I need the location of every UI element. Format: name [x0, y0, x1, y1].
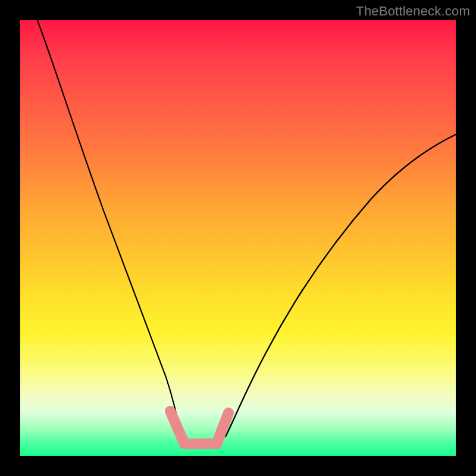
watermark-label: TheBottleneck.com	[356, 4, 470, 19]
right-curve	[226, 134, 456, 437]
plot-area	[20, 20, 456, 456]
left-curve	[37, 20, 181, 437]
curve-layer	[20, 20, 456, 456]
pink-segment	[170, 411, 228, 444]
chart-frame: TheBottleneck.com	[0, 0, 476, 476]
